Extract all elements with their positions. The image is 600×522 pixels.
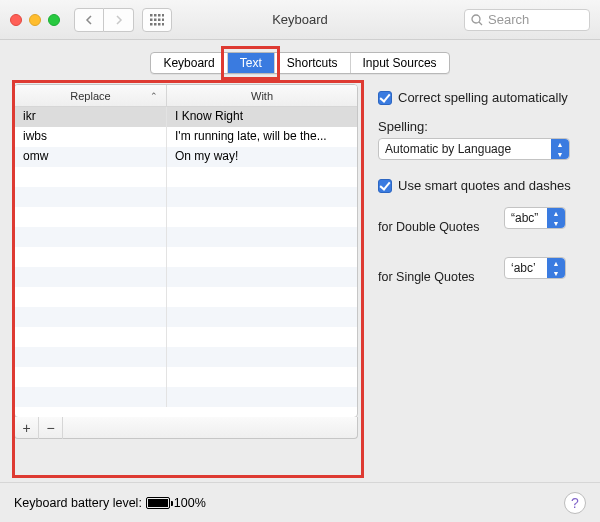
cell-replace xyxy=(15,267,167,287)
zoom-window-button[interactable] xyxy=(48,14,60,26)
spelling-select[interactable]: Automatic by Language ▲ ▼ xyxy=(378,138,570,160)
double-quotes-select[interactable]: “abc” ▲▼ xyxy=(504,207,566,229)
battery-percent: 100% xyxy=(174,496,206,510)
chevron-left-icon xyxy=(85,15,93,25)
svg-rect-5 xyxy=(154,18,157,21)
select-stepper: ▲ ▼ xyxy=(551,139,569,159)
tab-shortcuts[interactable]: Shortcuts xyxy=(275,53,351,73)
close-window-button[interactable] xyxy=(10,14,22,26)
tab-text[interactable]: Text xyxy=(228,53,275,73)
cell-replace xyxy=(15,247,167,267)
replace-panel: Replace ⌃ With ikrI Know RightiwbsI'm ru… xyxy=(14,82,362,476)
cell-replace xyxy=(15,327,167,347)
chevron-right-icon xyxy=(115,15,123,25)
svg-rect-10 xyxy=(158,23,161,26)
cell-replace xyxy=(15,387,167,407)
search-icon xyxy=(471,14,483,26)
show-all-button[interactable] xyxy=(142,8,172,32)
cell-replace xyxy=(15,287,167,307)
search-field[interactable]: Search xyxy=(464,9,590,31)
grid-icon xyxy=(150,14,164,26)
minimize-window-button[interactable] xyxy=(29,14,41,26)
replace-table: Replace ⌃ With ikrI Know RightiwbsI'm ru… xyxy=(14,84,358,418)
cell-with xyxy=(167,367,357,387)
table-row xyxy=(15,367,357,387)
table-row[interactable]: omwOn my way! xyxy=(15,147,357,167)
table-row xyxy=(15,167,357,187)
svg-rect-9 xyxy=(154,23,157,26)
back-button[interactable] xyxy=(74,8,104,32)
correct-spelling-row: Correct spelling automatically xyxy=(378,90,586,105)
main-row: Replace ⌃ With ikrI Know RightiwbsI'm ru… xyxy=(0,82,600,482)
table-row[interactable]: iwbsI'm running late, will be the... xyxy=(15,127,357,147)
window-controls xyxy=(10,14,60,26)
cell-with xyxy=(167,327,357,347)
svg-rect-2 xyxy=(158,14,161,17)
table-row[interactable]: ikrI Know Right xyxy=(15,107,357,127)
svg-rect-11 xyxy=(162,23,164,26)
select-stepper: ▲▼ xyxy=(547,208,565,228)
chevron-up-icon: ▲ xyxy=(551,139,569,149)
svg-rect-3 xyxy=(162,14,164,17)
svg-rect-1 xyxy=(154,14,157,17)
titlebar: Keyboard Search xyxy=(0,0,600,40)
spelling-value: Automatic by Language xyxy=(385,142,511,156)
svg-line-13 xyxy=(479,22,482,25)
cell-with xyxy=(167,387,357,407)
correct-spelling-checkbox[interactable] xyxy=(378,91,392,105)
cell-replace xyxy=(15,347,167,367)
options-panel: Correct spelling automatically Spelling:… xyxy=(362,82,586,476)
cell-with: I Know Right xyxy=(167,107,357,127)
cell-replace xyxy=(15,307,167,327)
table-row xyxy=(15,387,357,407)
forward-button[interactable] xyxy=(104,8,134,32)
single-quotes-select[interactable]: ‘abc’ ▲▼ xyxy=(504,257,566,279)
cell-replace xyxy=(15,227,167,247)
svg-rect-8 xyxy=(150,23,153,26)
table-row xyxy=(15,347,357,367)
cell-replace: iwbs xyxy=(15,127,167,147)
spelling-label: Spelling: xyxy=(378,119,586,134)
tab-keyboard[interactable]: Keyboard xyxy=(151,53,227,73)
table-row xyxy=(15,287,357,307)
prefs-window: Keyboard Search Keyboard Text Shortcuts … xyxy=(0,0,600,522)
add-remove-bar: + − xyxy=(14,417,358,439)
table-row xyxy=(15,187,357,207)
cell-with xyxy=(167,167,357,187)
chevron-down-icon: ▼ xyxy=(547,218,565,228)
battery-label: Keyboard battery level: xyxy=(14,496,142,510)
chevron-down-icon: ▼ xyxy=(551,149,569,159)
select-stepper: ▲▼ xyxy=(547,258,565,278)
cell-with xyxy=(167,207,357,227)
smart-quotes-row: Use smart quotes and dashes xyxy=(378,178,586,193)
single-quotes-row: for Single Quotes ‘abc’ ▲▼ xyxy=(378,257,586,297)
table-row xyxy=(15,227,357,247)
col-replace[interactable]: Replace ⌃ xyxy=(15,85,167,106)
cell-replace xyxy=(15,187,167,207)
cell-with: On my way! xyxy=(167,147,357,167)
cell-with xyxy=(167,287,357,307)
search-placeholder: Search xyxy=(488,12,529,27)
tab-control: Keyboard Text Shortcuts Input Sources xyxy=(150,52,449,74)
footer: Keyboard battery level: 100% ? xyxy=(0,482,600,522)
col-with[interactable]: With xyxy=(167,85,357,106)
table-body: ikrI Know RightiwbsI'm running late, wil… xyxy=(15,107,357,417)
content: Keyboard Text Shortcuts Input Sources Re… xyxy=(0,40,600,522)
table-header: Replace ⌃ With xyxy=(15,85,357,107)
svg-rect-6 xyxy=(158,18,161,21)
add-button[interactable]: + xyxy=(15,417,39,439)
cell-replace xyxy=(15,167,167,187)
remove-button[interactable]: − xyxy=(39,417,63,439)
smart-quotes-checkbox[interactable] xyxy=(378,179,392,193)
double-quotes-label: for Double Quotes xyxy=(378,220,496,234)
chevron-up-icon: ▲ xyxy=(547,258,565,268)
help-button[interactable]: ? xyxy=(564,492,586,514)
double-quotes-row: for Double Quotes “abc” ▲▼ xyxy=(378,207,586,247)
tab-row: Keyboard Text Shortcuts Input Sources xyxy=(0,40,600,82)
table-row xyxy=(15,207,357,227)
cell-with xyxy=(167,187,357,207)
chevron-down-icon: ▼ xyxy=(547,268,565,278)
cell-with: I'm running late, will be the... xyxy=(167,127,357,147)
tab-input-sources[interactable]: Input Sources xyxy=(351,53,449,73)
cell-with xyxy=(167,307,357,327)
